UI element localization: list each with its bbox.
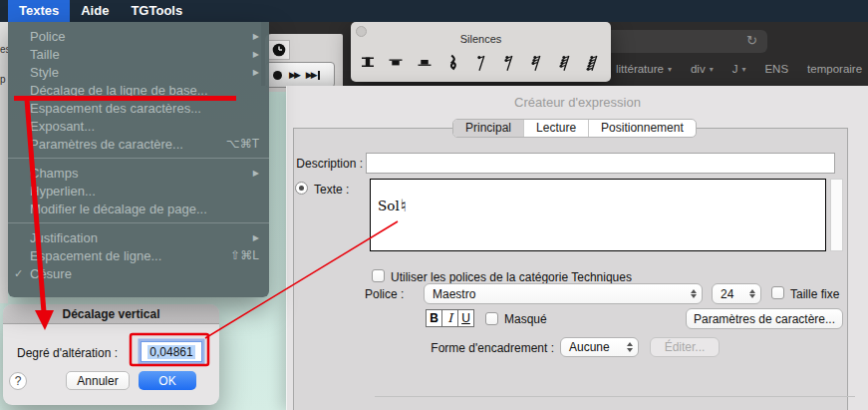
description-input[interactable]: [366, 153, 835, 174]
menu-item-label: Espacement de ligne...: [30, 248, 161, 263]
menu-item-label: Espacement des caractères...: [30, 101, 201, 116]
menu-item[interactable]: Style▶: [8, 63, 269, 81]
menu-separator: [8, 222, 269, 223]
police-dropdown[interactable]: Maestro: [424, 283, 703, 304]
techniques-checkbox-label: Utiliser les polices de la catégorie Tec…: [391, 270, 632, 284]
tab-lecture[interactable]: Lecture: [524, 120, 589, 137]
tab-principal[interactable]: Principal: [453, 120, 524, 137]
separator: [375, 396, 855, 397]
bookmark-item[interactable]: div▾: [691, 63, 714, 75]
menu-item[interactable]: Décalage de la ligne de base...: [8, 81, 269, 99]
natural-sign-glyph: ♮: [401, 197, 407, 215]
ok-button[interactable]: OK: [139, 371, 196, 390]
palette-title: Silences: [351, 33, 611, 45]
selected-value: 0,04861: [147, 345, 194, 359]
menu-shortcut: ⌥⌘T: [226, 137, 259, 151]
submenu-arrow-icon: ▶: [253, 68, 259, 77]
menu-item[interactable]: Exposant...: [8, 117, 269, 135]
bookmark-label: littérature: [616, 63, 664, 75]
menubar-item-textes[interactable]: Textes: [8, 0, 70, 22]
bookmark-item[interactable]: ENS: [764, 63, 788, 75]
bookmark-item[interactable]: littérature▾: [616, 63, 672, 75]
bold-button[interactable]: B: [426, 309, 442, 327]
clock-icon: [272, 43, 286, 57]
masque-checkbox[interactable]: [485, 312, 498, 325]
tab-bar: PrincipalLecturePositionnement: [452, 119, 697, 138]
size-value: 24: [721, 287, 733, 301]
dialog-title: Décalage vertical: [3, 304, 219, 324]
bookmark-item[interactable]: temporaire: [807, 63, 862, 75]
skip-to-end-icon[interactable]: ▶▶: [306, 70, 320, 80]
forme-value: Aucune: [569, 340, 610, 354]
editer-button: Éditer...: [650, 337, 720, 357]
silences-palette: Silences: [351, 22, 611, 82]
underline-button[interactable]: U: [457, 309, 474, 327]
menu-item-label: Taille: [30, 47, 60, 62]
degre-alteration-label: Degré d'altération :: [17, 346, 118, 360]
background-window-fragment: es p: [0, 22, 8, 303]
help-button[interactable]: ?: [9, 372, 27, 390]
menu-item[interactable]: Police▶: [8, 27, 269, 45]
texte-radio[interactable]: [295, 182, 308, 195]
fast-forward-icon[interactable]: ▶▶: [289, 70, 299, 80]
menu-item[interactable]: Justification▶: [8, 228, 269, 246]
size-dropdown[interactable]: 24: [712, 283, 761, 304]
menu-item[interactable]: ✓Césure: [8, 264, 269, 282]
menu-item[interactable]: Taille▶: [8, 45, 269, 63]
screen: es p ↻ littérature▾div▾J▾ENStemporaire ▶…: [0, 0, 868, 410]
bookmark-label: ENS: [764, 63, 788, 75]
menubar-item-tgtools[interactable]: TGTools: [120, 0, 193, 22]
double-whole-rest-icon[interactable]: [358, 52, 378, 73]
menu-item[interactable]: Champs▶: [8, 164, 269, 182]
sixteenth-rest-icon[interactable]: [499, 52, 519, 73]
menu-item[interactable]: Modifier le décalage de page...: [8, 200, 269, 217]
menu-item-label: Justification: [30, 230, 98, 245]
hundred-twenty-eighth-rest-icon[interactable]: [584, 52, 604, 73]
record-icon[interactable]: [273, 71, 282, 80]
stepper-icon: [749, 289, 755, 299]
menu-item[interactable]: Hyperlien...: [8, 182, 269, 200]
techniques-checkbox[interactable]: [372, 269, 385, 282]
bookmark-item[interactable]: J▾: [732, 63, 746, 75]
expression-text: Sol: [378, 198, 400, 213]
chevron-down-icon: ▾: [710, 65, 714, 74]
italic-button[interactable]: I: [441, 309, 458, 327]
checkmark-icon: ✓: [14, 267, 23, 280]
sixty-fourth-rest-icon[interactable]: [556, 52, 576, 73]
clock-tool-button[interactable]: [268, 40, 290, 60]
parametres-caractere-button[interactable]: Paramètres de caractère...: [686, 308, 843, 329]
text-format-buttons: B I U: [426, 309, 474, 327]
bookmark-label: div: [691, 63, 706, 75]
thirty-second-rest-icon[interactable]: [527, 52, 547, 73]
menu-item[interactable]: Paramètres de caractère...⌥⌘T: [8, 135, 269, 153]
rest-buttons: [358, 52, 604, 73]
menu-item[interactable]: Espacement de ligne...⇧⌘L: [8, 246, 269, 264]
menu-item-label: Modifier le décalage de page...: [30, 202, 207, 216]
menu-item-label: Style: [30, 65, 59, 80]
degre-alteration-input[interactable]: 0,04861: [141, 341, 202, 362]
description-label: Description :: [293, 157, 363, 171]
menu-item[interactable]: Espacement des caractères...: [8, 99, 269, 117]
expression-creator-dialog: Créateur d'expression PrincipalLecturePo…: [286, 86, 868, 410]
taille-fixe-checkbox[interactable]: [771, 286, 784, 299]
decalage-vertical-dialog: Décalage vertical Degré d'altération : 0…: [3, 304, 219, 405]
stepper-icon: [691, 289, 697, 299]
whole-rest-icon[interactable]: [386, 52, 406, 73]
menu-bar: TextesAideTGTools: [0, 0, 868, 22]
playback-toolbar: ▶▶ ▶▶: [265, 62, 335, 88]
expression-text-area[interactable]: Sol♮: [370, 179, 826, 251]
fragment-text: p: [0, 74, 6, 85]
half-rest-icon[interactable]: [415, 52, 434, 73]
menubar-item-aide[interactable]: Aide: [70, 0, 120, 22]
text-area-scrollbar[interactable]: [830, 179, 843, 251]
chevron-down-icon: ▾: [741, 65, 745, 74]
menu-item-label: Champs: [30, 166, 78, 181]
forme-dropdown[interactable]: Aucune: [560, 337, 639, 357]
tab-positionnement[interactable]: Positionnement: [589, 120, 696, 137]
quarter-rest-icon[interactable]: [442, 52, 462, 73]
eighth-rest-icon[interactable]: [471, 52, 491, 73]
annuler-button[interactable]: Annuler: [66, 371, 130, 390]
refresh-icon[interactable]: ↻: [746, 33, 757, 48]
stepper-icon: [627, 342, 633, 352]
submenu-arrow-icon: ▶: [253, 32, 259, 41]
